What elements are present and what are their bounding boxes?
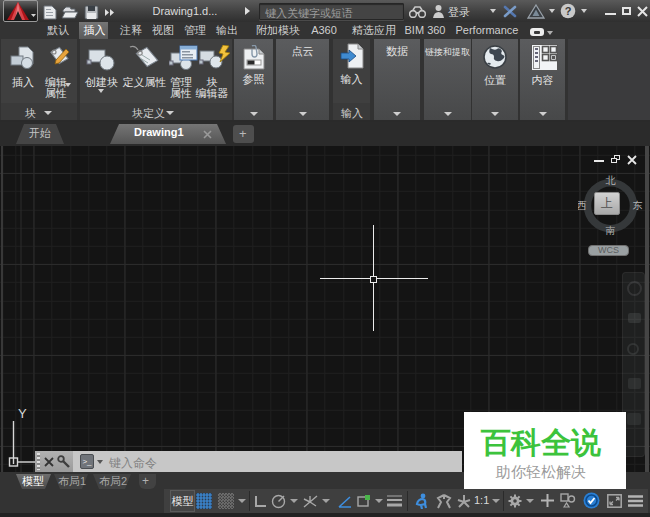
- svg-text:Y: Y: [18, 406, 27, 421]
- svg-text:北: 北: [606, 175, 617, 186]
- svg-text:东: 东: [633, 200, 643, 211]
- svg-text:南: 南: [606, 225, 616, 236]
- svg-text:西: 西: [578, 200, 587, 211]
- svg-text:?: ?: [565, 5, 572, 17]
